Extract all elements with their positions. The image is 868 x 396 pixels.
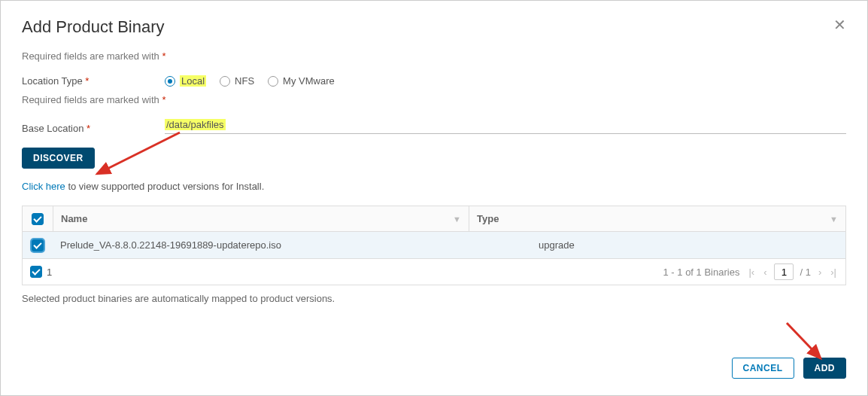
col-name-header[interactable]: Name ▼ [53, 207, 469, 230]
location-type-radio-group: Local NFS My VMware [165, 75, 335, 87]
prev-page-icon[interactable]: ‹ [762, 267, 768, 278]
row-type: upgrade [469, 233, 845, 257]
table-footer: 1 1 - 1 of 1 Binaries |‹ ‹ / 1 › ›| [23, 259, 845, 285]
close-icon[interactable]: ✕ [833, 17, 846, 32]
svg-line-1 [787, 323, 821, 358]
radio-icon [268, 76, 278, 87]
supported-versions-hint: Click here to view supported product ver… [22, 181, 846, 192]
page-input[interactable] [774, 263, 794, 280]
page-total: / 1 [800, 267, 810, 278]
base-location-label: Base Location * [22, 123, 165, 134]
table-row[interactable]: Prelude_VA-8.8.0.22148-19691889-updatere… [23, 232, 845, 259]
cancel-button[interactable]: CANCEL [732, 358, 794, 379]
radio-icon [165, 76, 175, 87]
binaries-table: Name ▼ Type ▼ Prelude_VA-8.8.0.22148-196… [22, 206, 846, 285]
required-hint-text: Required fields are marked with [22, 50, 162, 62]
radio-nfs[interactable]: NFS [220, 75, 254, 87]
dialog-title: Add Product Binary [22, 17, 165, 37]
last-page-icon[interactable]: ›| [829, 267, 838, 278]
table-header: Name ▼ Type ▼ [23, 206, 845, 232]
radio-myvmware[interactable]: My VMware [268, 75, 335, 87]
annotation-arrow-icon [90, 125, 187, 185]
next-page-icon[interactable]: › [817, 267, 823, 278]
radio-icon [220, 76, 230, 87]
footer-checkbox[interactable] [30, 266, 42, 278]
click-here-link[interactable]: Click here [22, 181, 65, 192]
radio-nfs-label: NFS [235, 75, 254, 87]
discover-button[interactable]: DISCOVER [22, 148, 95, 169]
location-type-label: Location Type * [22, 75, 165, 87]
radio-local-label: Local [180, 75, 206, 87]
required-hint-2: Required fields are marked with * [22, 94, 846, 105]
radio-myvmware-label: My VMware [283, 75, 335, 87]
add-button[interactable]: ADD [803, 358, 847, 379]
col-type-header[interactable]: Type ▼ [469, 207, 845, 230]
row-checkbox[interactable] [32, 239, 44, 251]
row-name: Prelude_VA-8.8.0.22148-19691889-updatere… [53, 233, 469, 257]
range-text: 1 - 1 of 1 Binaries [663, 267, 740, 278]
required-asterisk: * [162, 50, 165, 62]
svg-line-0 [97, 133, 180, 174]
pager: |‹ ‹ / 1 › ›| [747, 263, 838, 280]
filter-icon[interactable]: ▼ [830, 215, 838, 224]
add-product-binary-dialog: Add Product Binary ✕ Required fields are… [0, 0, 868, 396]
required-hint: Required fields are marked with * [22, 50, 846, 62]
select-all-checkbox[interactable] [32, 213, 44, 225]
footnote: Selected product binaries are automatica… [22, 293, 846, 304]
filter-icon[interactable]: ▼ [453, 215, 461, 224]
radio-local[interactable]: Local [165, 75, 206, 87]
selected-count: 1 [47, 267, 52, 278]
base-location-input[interactable]: /data/pakfiles [165, 119, 226, 130]
first-page-icon[interactable]: |‹ [747, 267, 756, 278]
